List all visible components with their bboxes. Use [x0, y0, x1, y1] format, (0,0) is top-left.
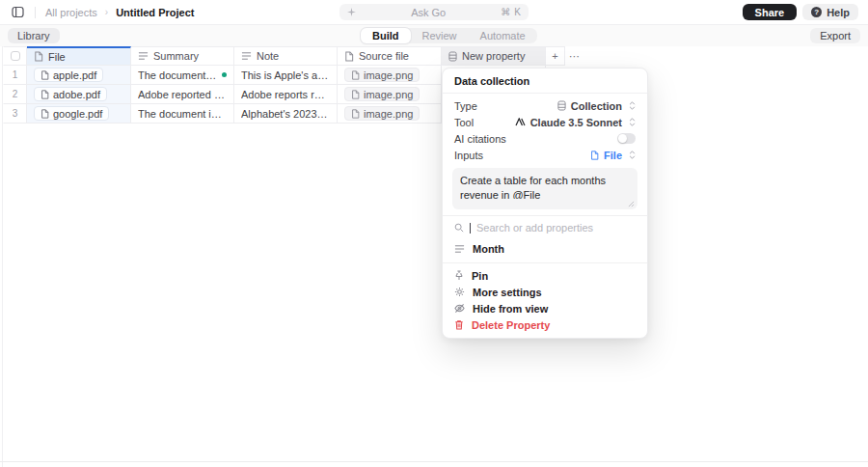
select-all-cell	[3, 46, 27, 66]
trash-icon	[454, 319, 464, 330]
field-value[interactable]: File	[590, 150, 636, 161]
cell-source-file[interactable]: image.png	[338, 85, 442, 104]
mode-tabs: Build Review Automate	[361, 28, 537, 43]
chevron-updown-icon	[629, 151, 636, 159]
app-window: All projects › Untitled Project Ask Go ⌘…	[0, 0, 868, 467]
menu-item-label: Delete Property	[472, 319, 550, 331]
cell-file[interactable]: google.pdf	[27, 104, 131, 124]
tab-automate[interactable]: Automate	[469, 28, 537, 43]
file-icon	[41, 90, 49, 99]
search-icon	[454, 223, 464, 233]
field-inputs[interactable]: Inputs File	[443, 147, 647, 163]
cell-summary[interactable]: The document is Alphabe...	[131, 104, 234, 124]
menu-item-delete-property[interactable]: Delete Property	[443, 316, 647, 333]
field-tool[interactable]: Tool Claude 3.5 Sonnet	[443, 114, 647, 130]
field-type[interactable]: Type Collection	[443, 97, 647, 114]
file-icon	[590, 151, 599, 160]
cell-file[interactable]: adobe.pdf	[27, 85, 131, 104]
collection-icon	[557, 100, 566, 111]
popup-title: Data collection	[443, 69, 647, 94]
view-toolbar: Library Build Review Automate Export	[0, 25, 868, 46]
text-caret	[470, 223, 471, 234]
field-label: Tool	[454, 117, 474, 128]
source-file-chip[interactable]: image.png	[344, 87, 420, 101]
tab-review[interactable]: Review	[411, 28, 469, 43]
select-all-checkbox[interactable]	[11, 51, 20, 61]
pin-icon	[454, 270, 464, 281]
row-number: 3	[3, 104, 27, 124]
text-icon	[454, 244, 465, 254]
source-file-chip[interactable]: image.png	[344, 68, 420, 82]
cell-summary[interactable]: The document is Appl...	[131, 66, 234, 85]
resize-handle[interactable]	[628, 201, 635, 207]
file-icon	[351, 90, 360, 99]
property-item-label: Month	[473, 243, 504, 255]
field-label: Inputs	[454, 150, 483, 161]
file-name: adobe.pdf	[53, 89, 100, 100]
property-search-input[interactable]	[476, 222, 636, 234]
property-item-month[interactable]: Month	[443, 239, 647, 261]
toggle-knob	[618, 134, 627, 143]
help-button[interactable]: ? Help	[802, 4, 858, 20]
share-button[interactable]: Share	[743, 4, 798, 20]
prompt-input-box: Create a table for each months revenue i…	[452, 168, 637, 209]
column-options-button[interactable]: ⋯	[565, 46, 584, 66]
cell-note[interactable]: Alphabet's 2023 annual ...	[234, 104, 338, 124]
row-number: 1	[3, 66, 27, 85]
note-text: Alphabet's 2023 annual ...	[241, 108, 330, 120]
breadcrumb: All projects › Untitled Project	[45, 7, 194, 18]
menu-item-hide-from-view[interactable]: Hide from view	[443, 300, 647, 316]
header-actions: Share ? Help	[743, 4, 858, 20]
field-value[interactable]: Claude 3.5 Sonnet	[515, 117, 636, 128]
cell-summary[interactable]: Adobe reported record ...	[131, 85, 234, 104]
cmd-key-icon: ⌘	[501, 7, 510, 17]
cell-file[interactable]: apple.pdf	[27, 66, 131, 85]
ask-input[interactable]: Ask Go ⌘ K	[339, 4, 529, 20]
note-text: Adobe reports record ...	[241, 89, 330, 100]
prompt-textarea[interactable]: Create a table for each months revenue i…	[460, 174, 630, 199]
menu-divider	[443, 262, 647, 263]
menu-item-more-settings[interactable]: More settings	[443, 284, 647, 300]
sidebar-toggle-icon[interactable]	[10, 5, 25, 20]
k-key-label: K	[514, 7, 521, 17]
file-chip[interactable]: apple.pdf	[34, 68, 103, 82]
property-search[interactable]	[443, 215, 647, 239]
source-file-chip[interactable]: image.png	[344, 106, 420, 121]
cell-source-file[interactable]: image.png	[338, 66, 442, 85]
column-header-source-file[interactable]: Source file	[338, 46, 442, 66]
keyboard-shortcut: ⌘ K	[501, 7, 521, 17]
file-chip[interactable]: adobe.pdf	[34, 87, 107, 101]
field-value[interactable]: Collection	[557, 100, 636, 112]
menu-item-label: Hide from view	[473, 303, 548, 315]
inputs-value: File	[604, 150, 622, 161]
property-settings-popup: Data collection Type Collection Tool Cla…	[442, 68, 648, 339]
column-header-note[interactable]: Note	[234, 46, 338, 66]
file-icon	[41, 70, 49, 80]
collection-icon	[448, 51, 457, 62]
add-column-button[interactable]: +	[546, 46, 565, 66]
breadcrumb-all-projects[interactable]: All projects	[45, 7, 97, 18]
cell-note[interactable]: Adobe reports record ...	[234, 85, 338, 104]
file-name: google.pdf	[53, 108, 102, 120]
summary-text: The document is Alphabe...	[138, 108, 227, 120]
ai-citations-toggle[interactable]	[617, 133, 636, 144]
column-header-summary[interactable]: Summary	[131, 46, 234, 66]
menu-item-label: Pin	[472, 270, 488, 282]
question-mark-icon: ?	[811, 7, 822, 17]
gear-icon	[454, 287, 465, 297]
cell-note[interactable]: This is Apple's annual ...	[234, 66, 338, 85]
library-tab[interactable]: Library	[8, 28, 60, 43]
column-header-label: Summary	[153, 50, 199, 62]
file-chip[interactable]: google.pdf	[34, 106, 109, 121]
menu-item-pin[interactable]: Pin	[443, 267, 647, 284]
file-name: apple.pdf	[53, 69, 96, 81]
note-text: This is Apple's annual ...	[241, 69, 330, 81]
breadcrumb-current-project: Untitled Project	[116, 7, 194, 18]
anthropic-icon	[515, 118, 526, 126]
column-header-file[interactable]: File	[27, 46, 131, 66]
export-button[interactable]: Export	[810, 28, 860, 43]
column-header-new-property[interactable]: New property	[442, 46, 546, 66]
tab-build[interactable]: Build	[361, 28, 411, 43]
cell-source-file[interactable]: image.png	[338, 104, 442, 124]
source-file-name: image.png	[364, 108, 413, 120]
